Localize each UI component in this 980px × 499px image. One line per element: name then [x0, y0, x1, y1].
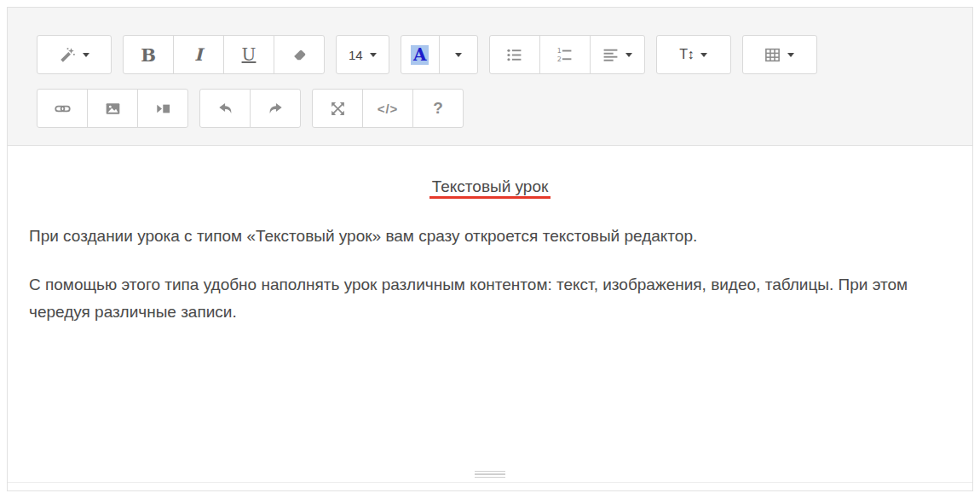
- underline-label: U: [242, 44, 257, 65]
- rich-text-editor: B I U 14: [7, 7, 973, 491]
- line-height-dropdown-button[interactable]: T↕: [656, 35, 731, 74]
- style-dropdown-button[interactable]: [37, 35, 112, 74]
- font-color-dropdown-button[interactable]: [439, 35, 478, 74]
- underline-button[interactable]: U: [223, 35, 274, 74]
- style-group: [37, 35, 112, 74]
- svg-text:1: 1: [557, 47, 562, 55]
- editor-statusbar: [8, 467, 972, 484]
- editor-content-area[interactable]: Текстовый урок При создании урока с типо…: [8, 146, 972, 467]
- lesson-title: Текстовый урок: [429, 177, 551, 199]
- font-style-group: B I U: [123, 35, 325, 74]
- align-lines-icon: [602, 47, 619, 63]
- magic-wand-icon: [60, 47, 76, 63]
- fullscreen-arrows-icon: [330, 101, 346, 117]
- redo-button[interactable]: [250, 89, 301, 128]
- font-color-group: A: [401, 35, 478, 74]
- video-icon: [155, 101, 171, 117]
- table-dropdown-button[interactable]: [742, 35, 817, 74]
- image-icon: [105, 101, 121, 117]
- paragraph: При создании урока с типом «Текстовый ур…: [29, 223, 951, 250]
- toolbar-row-1: B I U 14: [37, 35, 943, 74]
- font-size-group: 14: [336, 35, 389, 74]
- chevron-down-icon: [787, 53, 794, 57]
- chevron-down-icon: [700, 53, 707, 57]
- bold-label: B: [141, 44, 156, 66]
- clear-formatting-button[interactable]: [274, 35, 325, 74]
- font-color-button[interactable]: A: [401, 35, 440, 74]
- chevron-down-icon: [83, 53, 89, 57]
- toolbar-row-2: </> ?: [37, 89, 943, 128]
- grip-line: [475, 477, 505, 479]
- insert-group: [37, 89, 188, 128]
- link-icon: [55, 101, 71, 117]
- paragraph-align-dropdown-button[interactable]: [590, 35, 645, 74]
- history-group: [199, 89, 301, 128]
- grip-line: [475, 473, 505, 475]
- chevron-down-icon: [455, 53, 462, 57]
- bold-button[interactable]: B: [123, 35, 174, 74]
- italic-label: I: [194, 44, 202, 65]
- line-height-group: T↕: [656, 35, 731, 74]
- paragraph: С помощью этого типа удобно наполнять ур…: [29, 271, 951, 327]
- svg-text:2: 2: [557, 55, 562, 63]
- font-color-label: A: [411, 45, 429, 65]
- resize-handle[interactable]: [475, 471, 505, 479]
- redo-arrow-icon: [268, 101, 284, 117]
- font-size-label: 14: [349, 48, 363, 62]
- line-height-label: T↕: [679, 47, 694, 62]
- image-button[interactable]: [87, 89, 138, 128]
- paragraph-group: 1 2: [489, 35, 645, 74]
- lesson-title-line: Текстовый урок: [29, 173, 951, 200]
- eraser-icon: [291, 47, 308, 63]
- chevron-down-icon: [370, 53, 377, 57]
- font-size-dropdown-button[interactable]: 14: [336, 35, 389, 74]
- help-label: ?: [433, 99, 443, 118]
- chevron-down-icon: [625, 53, 632, 57]
- bullet-list-icon: [506, 47, 522, 63]
- view-group: </> ?: [312, 89, 464, 128]
- numbered-list-icon: 1 2: [556, 47, 573, 63]
- video-button[interactable]: [137, 89, 188, 128]
- grip-line: [475, 471, 505, 473]
- table-group: [742, 35, 817, 74]
- undo-button[interactable]: [199, 89, 251, 128]
- editor-toolbar: B I U 14: [8, 8, 972, 146]
- ordered-list-button[interactable]: 1 2: [539, 35, 591, 74]
- fullscreen-button[interactable]: [312, 89, 363, 128]
- table-grid-icon: [764, 47, 781, 63]
- italic-button[interactable]: I: [173, 35, 224, 74]
- link-button[interactable]: [37, 89, 88, 128]
- undo-arrow-icon: [217, 101, 233, 117]
- code-view-button[interactable]: </>: [362, 89, 413, 128]
- code-view-label: </>: [378, 102, 399, 116]
- unordered-list-button[interactable]: [489, 35, 540, 74]
- help-button[interactable]: ?: [412, 89, 464, 128]
